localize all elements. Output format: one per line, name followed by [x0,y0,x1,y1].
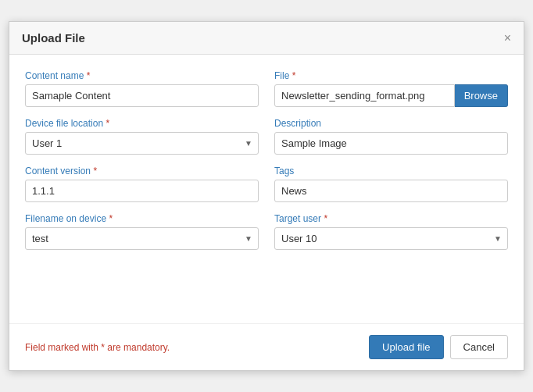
filename-on-device-group: Filename on device * test file1 file2 ▼ [25,213,259,250]
file-input-group: Browse [274,84,508,107]
tags-label: Tags [274,166,508,176]
dialog-header: Upload File × [9,22,524,55]
device-file-location-label: Device file location * [25,118,259,129]
footer-buttons: Upload file Cancel [369,335,508,359]
device-file-location-select[interactable]: User 1 User 2 User 3 [25,132,259,155]
tags-input[interactable] [274,180,508,202]
content-name-group: Content name * [25,70,259,107]
device-file-location-wrapper: User 1 User 2 User 3 ▼ [25,132,259,155]
file-label: File * [274,70,508,81]
description-group: Description [274,118,508,155]
close-button[interactable]: × [504,32,511,45]
form-row-1: Content name * File * Browse [25,70,508,107]
required-star: * [87,70,91,81]
target-user-group: Target user * User 10 User 1 User 2 ▼ [274,213,508,250]
file-group: File * Browse [274,70,508,107]
form-row-2: Device file location * User 1 User 2 Use… [25,118,508,155]
dialog-footer: Field marked with * are mandatory. Uploa… [9,323,524,370]
device-file-location-group: Device file location * User 1 User 2 Use… [25,118,259,155]
form-row-3: Content version * Tags [25,166,508,202]
browse-button[interactable]: Browse [455,84,508,107]
target-user-label: Target user * [274,213,508,224]
version-required-star: * [93,166,97,176]
device-required-star: * [106,118,109,129]
upload-file-button[interactable]: Upload file [369,335,443,359]
content-version-group: Content version * [25,166,259,202]
target-user-wrapper: User 10 User 1 User 2 ▼ [274,227,508,250]
description-label: Description [274,118,508,129]
content-version-input[interactable] [25,180,259,202]
content-version-label: Content version * [25,166,259,176]
target-user-select[interactable]: User 10 User 1 User 2 [274,227,508,250]
spacer [25,261,508,308]
content-name-input[interactable] [25,84,259,107]
tags-group: Tags [274,166,508,202]
dialog-title: Upload File [22,31,85,45]
dialog-body: Content name * File * Browse Device file… [9,55,524,315]
file-required-star: * [292,70,296,81]
cancel-button[interactable]: Cancel [450,335,508,359]
content-name-label: Content name * [25,70,259,81]
mandatory-note: Field marked with * are mandatory. [25,342,170,353]
filename-on-device-select[interactable]: test file1 file2 [25,227,259,250]
file-input[interactable] [274,84,455,107]
target-required-star: * [324,213,327,224]
description-input[interactable] [274,132,508,155]
filename-on-device-label: Filename on device * [25,213,259,224]
upload-file-dialog: Upload File × Content name * File * Brow… [9,21,524,371]
form-row-4: Filename on device * test file1 file2 ▼ … [25,213,508,250]
filename-on-device-wrapper: test file1 file2 ▼ [25,227,259,250]
filename-required-star: * [109,213,113,224]
